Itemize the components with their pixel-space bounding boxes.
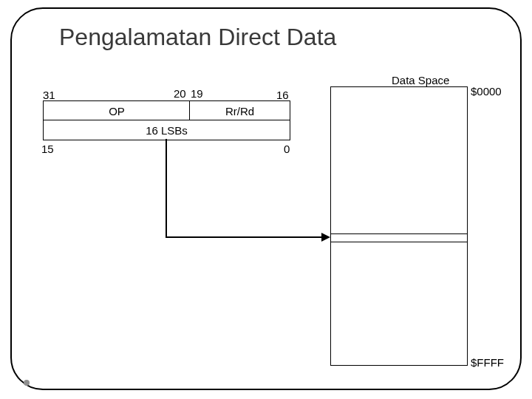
field-rrrd: Rr/Rd	[189, 100, 290, 121]
arrow-vertical	[166, 139, 167, 237]
dataspace-title: Data Space	[392, 74, 449, 86]
page-title: Pengalamatan Direct Data	[59, 24, 336, 51]
bit-label-19: 19	[191, 87, 203, 100]
arrow-horizontal	[166, 236, 322, 238]
field-op: OP	[43, 100, 191, 121]
dataspace-target-slot	[331, 233, 467, 242]
bit-label-20: 20	[174, 87, 186, 100]
field-16lsbs: 16 LSBs	[43, 120, 290, 140]
dataspace-start: $0000	[471, 85, 502, 98]
field-op-label: OP	[109, 105, 125, 117]
slide: Pengalamatan Direct Data 31 20 19 16 OP …	[0, 0, 532, 399]
arrow-head-icon	[321, 233, 330, 242]
bit-label-15: 15	[41, 143, 54, 155]
bit-label-16: 16	[276, 89, 289, 101]
bit-label-0: 0	[284, 143, 290, 155]
dataspace-end: $FFFF	[471, 356, 504, 369]
bit-label-31: 31	[43, 89, 55, 101]
field-16lsbs-label: 16 LSBs	[146, 124, 188, 137]
field-rrrd-label: Rr/Rd	[225, 105, 254, 117]
slide-number-dot	[24, 380, 30, 386]
dataspace-box	[330, 86, 468, 366]
